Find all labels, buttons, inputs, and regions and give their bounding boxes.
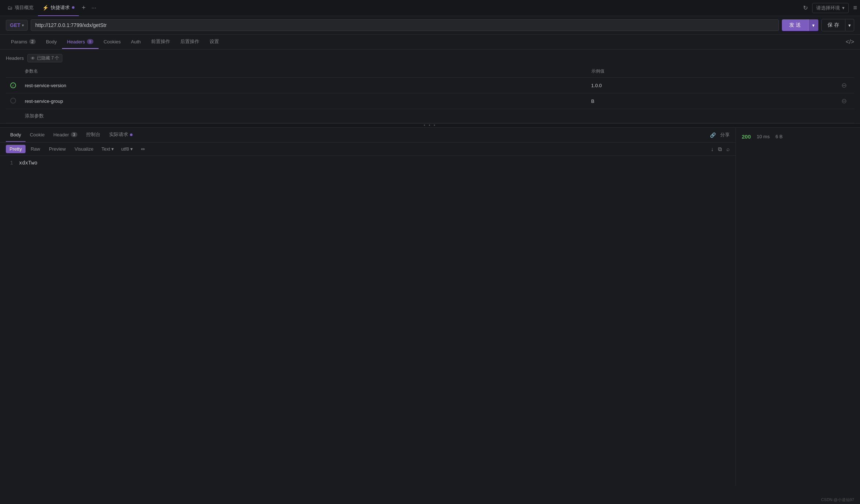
tab-project[interactable]: 🗂 项目概览: [3, 0, 38, 16]
checkbox-1[interactable]: [10, 82, 16, 88]
tab-request[interactable]: ⚡ 快捷请求: [38, 0, 79, 16]
delete-icon-2[interactable]: ⊖: [838, 97, 850, 105]
copy-icon[interactable]: ⧉: [718, 146, 722, 152]
resp-tab-header-label: Header: [53, 132, 69, 137]
tab-request-dot: [72, 6, 74, 9]
save-button[interactable]: 保 存: [821, 19, 845, 31]
fmt-tab-preview[interactable]: Preview: [45, 145, 69, 153]
resp-tab-console[interactable]: 控制台: [82, 128, 105, 142]
send-arrow-button[interactable]: ▾: [808, 19, 818, 31]
save-arrow-button[interactable]: ▾: [845, 19, 854, 31]
fmt-tab-wrap[interactable]: ⇔: [137, 145, 149, 153]
fmt-tab-raw[interactable]: Raw: [27, 145, 44, 153]
tab-post-script[interactable]: 后置操作: [175, 35, 204, 49]
env-select-chevron: ▾: [842, 5, 845, 11]
type-dropdown-arrow: ▾: [111, 146, 114, 152]
line-text-1: xdxTwo: [19, 160, 37, 166]
footer: CSDN @小道仙97: [815, 496, 860, 504]
code-view-icon[interactable]: </>: [846, 39, 854, 45]
headers-top: Headers 👁 已隐藏 7 个: [6, 54, 854, 62]
tab-pre-script[interactable]: 前置操作: [146, 35, 175, 49]
tab-bar-right: ↻ 请选择环境 ▾ ≡: [803, 3, 857, 13]
code-line-1: 1 xdxTwo: [6, 160, 730, 166]
checkbox-2[interactable]: [10, 98, 16, 104]
tab-headers-label: Headers: [67, 39, 85, 44]
row-delete-1[interactable]: ⊖: [834, 78, 854, 93]
request-icon: ⚡: [42, 5, 49, 11]
col-name-header: 参数名: [20, 65, 587, 78]
row-name-1[interactable]: rest-service-version: [20, 78, 587, 93]
resp-tab-cookie-label: Cookie: [30, 132, 45, 137]
row-value-2[interactable]: B: [587, 93, 834, 109]
status-bar: 200 10 ms 6 B: [742, 132, 854, 141]
tab-more-button[interactable]: ···: [89, 5, 99, 11]
eye-icon: 👁: [31, 56, 35, 61]
col-value-header: 示例值: [587, 65, 834, 78]
download-icon[interactable]: ↓: [711, 146, 714, 152]
row-value-1[interactable]: 1.0.0: [587, 78, 834, 93]
tab-pre-script-label: 前置操作: [151, 38, 170, 45]
hidden-headers-badge[interactable]: 👁 已隐藏 7 个: [27, 54, 62, 62]
search-icon[interactable]: ⌕: [726, 146, 730, 152]
delete-icon-1[interactable]: ⊖: [838, 81, 850, 90]
response-left: Body Cookie Header 3 控制台 实际请求 🔗 分享: [0, 128, 736, 486]
refresh-icon[interactable]: ↻: [803, 4, 808, 11]
resp-tab-cookie[interactable]: Cookie: [26, 128, 49, 142]
send-button[interactable]: 发 送: [782, 19, 808, 31]
url-input[interactable]: [31, 19, 779, 31]
status-code: 200: [742, 133, 751, 140]
footer-text: CSDN @小道仙97: [821, 497, 854, 502]
hidden-count-label: 已隐藏 7 个: [37, 55, 59, 61]
col-checkbox-header: [6, 65, 20, 78]
tab-auth[interactable]: Auth: [126, 35, 146, 49]
tab-bar: 🗂 项目概览 ⚡ 快捷请求 + ··· ↻ 请选择环境 ▾ ≡: [0, 0, 860, 16]
tab-params-label: Params: [11, 39, 27, 44]
resp-tab-header[interactable]: Header 3: [49, 128, 82, 142]
tab-headers-badge: 9: [87, 39, 93, 44]
row-checkbox-2[interactable]: [6, 93, 20, 109]
tab-request-label: 快捷请求: [51, 4, 70, 11]
hamburger-icon[interactable]: ≡: [853, 4, 857, 12]
response-size: 6 B: [775, 134, 783, 139]
format-bar: Pretty Raw Preview Visualize Text ▾ utf8…: [0, 143, 736, 156]
encoding-dropdown-arrow: ▾: [130, 146, 133, 152]
tab-settings-label: 设置: [210, 38, 219, 45]
tab-settings[interactable]: 设置: [204, 35, 224, 49]
row-name-2[interactable]: rest-service-group: [20, 93, 587, 109]
share-icon: 🔗: [710, 132, 716, 138]
response-tabs: Body Cookie Header 3 控制台 实际请求 🔗 分享: [0, 128, 736, 143]
encoding-dropdown-label: utf8: [121, 146, 129, 152]
type-dropdown[interactable]: Text ▾: [99, 145, 117, 153]
resp-tab-actual[interactable]: 实际请求: [105, 128, 137, 142]
response-time: 10 ms: [757, 134, 769, 139]
method-select[interactable]: GET ▾: [6, 20, 28, 31]
fmt-tab-visualize[interactable]: Visualize: [71, 145, 97, 153]
add-param-label[interactable]: 添加参数: [20, 109, 854, 123]
row-checkbox-1[interactable]: [6, 78, 20, 93]
fmt-tab-pretty[interactable]: Pretty: [6, 145, 26, 153]
tab-auth-label: Auth: [131, 39, 141, 44]
env-select[interactable]: 请选择环境 ▾: [812, 3, 849, 13]
response-area: Body Cookie Header 3 控制台 实际请求 🔗 分享: [0, 128, 860, 486]
tab-cookies[interactable]: Cookies: [99, 35, 126, 49]
row-delete-2[interactable]: ⊖: [834, 93, 854, 109]
encoding-dropdown[interactable]: utf8 ▾: [118, 145, 136, 153]
line-num-1: 1: [6, 160, 13, 166]
format-bar-actions: ↓ ⧉ ⌕: [711, 146, 730, 152]
add-param-row: 添加参数: [6, 109, 854, 123]
request-tabs: Params 2 Body Headers 9 Cookies Auth 前置操…: [0, 35, 860, 50]
tab-add-button[interactable]: +: [79, 4, 89, 12]
headers-section: Headers 👁 已隐藏 7 个 参数名 示例值 rest-service-v…: [0, 50, 860, 123]
code-area: 1 xdxTwo: [0, 156, 736, 486]
resp-tab-body-label: Body: [10, 132, 21, 137]
resp-tab-body[interactable]: Body: [6, 128, 26, 142]
tab-params[interactable]: Params 2: [6, 35, 41, 49]
resizer[interactable]: • • •: [0, 123, 860, 128]
save-button-group: 保 存 ▾: [821, 19, 854, 31]
url-bar: GET ▾ 发 送 ▾ 保 存 ▾: [0, 16, 860, 35]
tab-post-script-label: 后置操作: [180, 38, 199, 45]
tab-headers[interactable]: Headers 9: [62, 35, 99, 49]
share-button[interactable]: 🔗 分享: [710, 132, 730, 138]
table-row: rest-service-version 1.0.0 ⊖: [6, 78, 854, 93]
tab-body[interactable]: Body: [41, 35, 62, 49]
